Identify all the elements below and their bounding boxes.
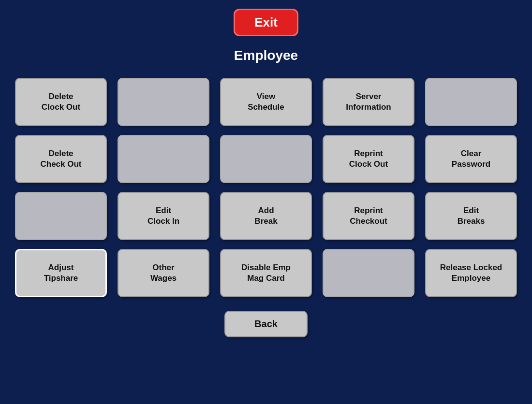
- reprint-checkout-button[interactable]: Reprint Checkout: [323, 192, 414, 240]
- server-information-button[interactable]: Server Information: [323, 78, 414, 126]
- release-locked-employee-button[interactable]: Release Locked Employee: [425, 249, 517, 297]
- edit-clock-in-button[interactable]: Edit Clock In: [118, 192, 209, 240]
- edit-breaks-button[interactable]: Edit Breaks: [425, 192, 517, 240]
- empty-r3c1-button: [15, 192, 107, 240]
- adjust-tipshare-button[interactable]: Adjust Tipshare: [15, 249, 107, 297]
- delete-check-out-button[interactable]: Delete Check Out: [15, 135, 107, 183]
- empty-r4c4-button: [323, 249, 414, 297]
- other-wages-button[interactable]: Other Wages: [118, 249, 209, 297]
- empty-r1c5-button: [425, 78, 517, 126]
- exit-button[interactable]: Exit: [234, 9, 298, 36]
- back-button[interactable]: Back: [224, 311, 308, 337]
- disable-emp-mag-card-button[interactable]: Disable Emp Mag Card: [220, 249, 312, 297]
- reprint-clock-out-button[interactable]: Reprint Clock Out: [323, 135, 414, 183]
- back-row: Back: [224, 311, 308, 337]
- add-break-button[interactable]: Add Break: [220, 192, 312, 240]
- empty-r1c2-button: [118, 78, 209, 126]
- clear-password-button[interactable]: Clear Password: [425, 135, 517, 183]
- view-schedule-button[interactable]: View Schedule: [220, 78, 312, 126]
- page-title: Employee: [234, 48, 298, 63]
- button-grid: Delete Clock OutView ScheduleServer Info…: [15, 78, 517, 297]
- empty-r2c2-button: [118, 135, 209, 183]
- empty-r2c3-button: [220, 135, 312, 183]
- delete-clock-out-button[interactable]: Delete Clock Out: [15, 78, 107, 126]
